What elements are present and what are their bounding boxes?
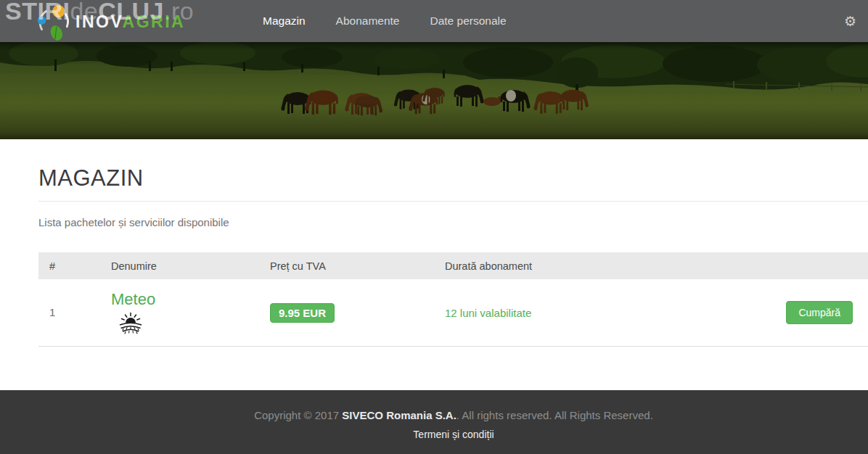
page-title: MAGAZIN — [38, 165, 144, 191]
product-link-meteo[interactable]: Meteo — [111, 291, 155, 308]
product-cell: Meteo — [111, 291, 270, 334]
hero-image — [0, 42, 868, 139]
nav-item-magazin[interactable]: Magazin — [247, 0, 321, 42]
col-header-index: # — [38, 260, 111, 272]
company-name: SIVECO Romania S.A. — [342, 409, 456, 421]
main-nav: Magazin Abonamente Date personale — [247, 0, 522, 42]
duration-text: 12 luni valabilitate — [445, 307, 531, 319]
terms-link[interactable]: Termeni și condiții — [39, 429, 868, 440]
logo-text-primary: INOV — [75, 12, 123, 31]
copyright-text: Copyright © 2017 SIVECO Romania S.A.. Al… — [39, 409, 868, 421]
buy-button[interactable]: Cumpără — [786, 301, 853, 324]
footer: Copyright © 2017 SIVECO Romania S.A.. Al… — [0, 390, 868, 454]
nav-item-date-personale[interactable]: Date personale — [415, 0, 522, 42]
col-header-denumire: Denumire — [111, 260, 270, 272]
col-header-pret: Preț cu TVA — [270, 260, 445, 272]
price-badge: 9.95 EUR — [270, 303, 335, 323]
title-divider — [38, 201, 868, 202]
nav-item-abonamente[interactable]: Abonamente — [321, 0, 415, 42]
logo[interactable]: INOVAGRIA — [35, 2, 185, 41]
sunrise-over-field-icon — [117, 311, 144, 334]
copyright-suffix: . All rights reserved. All Rights Reserv… — [456, 409, 653, 421]
gear-icon[interactable]: ⚙ — [844, 0, 856, 42]
logo-text-secondary: AGRIA — [123, 12, 186, 31]
logo-text: INOVAGRIA — [75, 14, 185, 30]
copyright-prefix: Copyright © 2017 — [254, 409, 342, 421]
table-row: 1 Meteo — [38, 279, 868, 347]
table-header-row: # Denumire Preț cu TVA Durată abonament — [38, 252, 868, 279]
row-index: 1 — [49, 306, 55, 318]
top-navigation-bar: INOVAGRIA Magazin Abonamente Date person… — [0, 0, 868, 42]
pasture-cows-illustration — [0, 42, 868, 139]
page-subtitle: Lista pachetelor și serviciilor disponib… — [38, 216, 229, 228]
col-header-durata: Durată abonament — [445, 260, 868, 272]
products-table: # Denumire Preț cu TVA Durată abonament … — [38, 252, 868, 347]
inovagria-logo-icon — [35, 3, 73, 41]
